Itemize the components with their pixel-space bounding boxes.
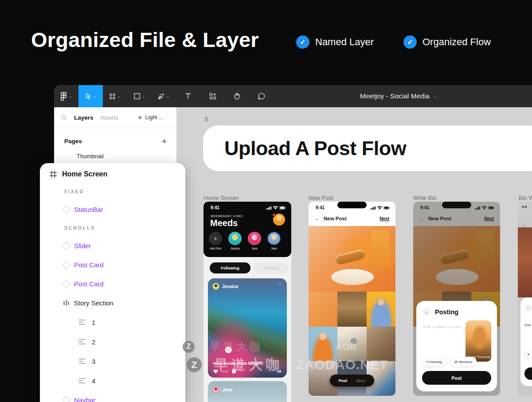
frame-label-new-post[interactable]: New Post xyxy=(309,195,333,201)
story-avatar xyxy=(228,232,242,245)
badge-label: Organized Flow xyxy=(422,36,491,48)
cursor-icon xyxy=(85,93,91,100)
thumbnail-picker[interactable]: Choose Thumbnail xyxy=(466,320,491,362)
gallery-photo[interactable] xyxy=(337,327,366,362)
move-tool-button[interactable]: ⌄ xyxy=(78,85,103,107)
frame-label-bio-written[interactable]: Bio W xyxy=(519,195,532,201)
posting-modal: ← Posting Write a caption or a poll... C… xyxy=(416,301,497,391)
layer-row-text[interactable]: 4 xyxy=(40,371,185,390)
mockup-home-screen[interactable]: 9:41 WEDNESDAY, 6 DEC Meeds xyxy=(203,202,291,402)
post-story-toggle[interactable]: Post Story xyxy=(330,375,374,386)
layer-row-component[interactable]: Post Card xyxy=(40,274,185,293)
gallery-photo[interactable] xyxy=(367,292,395,327)
watermark-logo: Z xyxy=(187,357,202,372)
gallery-photo[interactable] xyxy=(337,292,366,327)
tab-following[interactable]: Following xyxy=(210,262,250,273)
layer-row-text[interactable]: 2 xyxy=(40,332,185,351)
document-title[interactable]: Meetjoy - Social Media ⌄ xyxy=(360,92,437,100)
post-submit-button[interactable] xyxy=(524,367,532,380)
posting-modal: ← Doli # xyxy=(520,297,532,386)
pen-tool-button[interactable]: ⌄ xyxy=(152,85,176,107)
mockup-bio-written[interactable]: 9:4 ← ← Doli # xyxy=(518,202,532,396)
components-icon xyxy=(209,93,216,100)
figma-menu-button[interactable]: ⌄ xyxy=(54,85,78,107)
layer-row-component[interactable]: Navbar xyxy=(40,390,185,402)
next-button[interactable]: Next xyxy=(379,216,389,221)
story-avatar xyxy=(248,232,261,245)
comment-icon xyxy=(258,93,265,100)
profile-avatar[interactable] xyxy=(273,214,285,226)
layer-row-auto-layout[interactable]: Story Section xyxy=(40,293,185,312)
tab-assets[interactable]: Assets xyxy=(101,114,119,121)
canvas[interactable]: 5 Upload A Post Flow Home Screen New Pos… xyxy=(176,107,532,402)
share-icon[interactable] xyxy=(277,369,282,374)
plus-icon: + xyxy=(209,232,222,245)
post-caption: Nusa penida indah banget!! xyxy=(213,361,263,366)
tab-trending[interactable]: Trending xyxy=(254,262,288,273)
frame-label-write-bio[interactable]: Write Bio xyxy=(413,195,437,201)
layer-row-component[interactable]: StatusBar xyxy=(40,200,185,219)
resources-tool-button[interactable] xyxy=(200,85,225,107)
post-card-jessica[interactable]: Jessica ⋯ Nusa penida indah banget!! 75.… xyxy=(208,278,287,378)
gallery-photo[interactable] xyxy=(309,327,337,362)
component-icon xyxy=(62,261,70,269)
status-time: 9:41 xyxy=(316,205,325,210)
text-layer-icon xyxy=(79,338,85,346)
layer-row-component[interactable]: Slider xyxy=(40,236,185,255)
text-tool-button[interactable] xyxy=(176,85,200,107)
theme-selector[interactable]: ✳ Light ... ⌄ xyxy=(138,114,169,121)
page-item-thumbnail[interactable]: Thumbnail xyxy=(54,145,176,160)
layers-panel: Home Screen FIXED StatusBar SCROLLS Slid… xyxy=(40,163,185,402)
modal-title: Posting xyxy=(435,308,458,316)
post-card-jane[interactable]: Jane xyxy=(208,381,287,402)
heart-icon[interactable] xyxy=(213,369,218,374)
story-jessica[interactable]: Jessica xyxy=(228,232,242,250)
layer-row-frame[interactable]: Home Screen xyxy=(40,166,185,183)
post-menu-icon[interactable]: ⋯ xyxy=(278,281,282,286)
gallery-photo[interactable] xyxy=(309,292,337,327)
phone-notch xyxy=(337,202,367,208)
back-arrow-icon[interactable]: ← xyxy=(422,308,430,316)
toggle-post[interactable]: Post xyxy=(339,379,348,383)
story-jane[interactable]: Jane xyxy=(248,232,261,250)
component-icon xyxy=(62,396,70,402)
back-arrow-icon[interactable]: ← xyxy=(525,304,532,312)
back-arrow-icon[interactable]: ← xyxy=(518,220,532,227)
status-time: 9:4 xyxy=(518,202,532,220)
hashtag-button[interactable]: # xyxy=(524,350,532,359)
frame-tool-button[interactable]: ⌄ xyxy=(103,85,127,107)
comment-icon[interactable] xyxy=(232,369,236,374)
gallery-photo[interactable] xyxy=(367,327,395,362)
home-header-section: 9:41 WEDNESDAY, 6 DEC Meeds xyxy=(203,202,291,257)
frame-label-home-screen[interactable]: Home Screen xyxy=(203,195,239,201)
tab-layers[interactable]: Layers xyxy=(74,114,94,121)
mentions-button[interactable]: @ Mentions xyxy=(450,357,477,367)
hashtag-button[interactable]: # Hashtag xyxy=(422,357,446,367)
shape-tool-button[interactable]: ⌄ xyxy=(127,85,152,107)
plate-shape xyxy=(331,269,374,285)
add-page-button[interactable]: + xyxy=(162,137,167,145)
component-icon xyxy=(62,242,70,250)
back-arrow-icon[interactable]: ← xyxy=(315,216,320,221)
figma-logo-icon xyxy=(60,92,67,101)
toggle-story[interactable]: Story xyxy=(356,379,365,383)
post-submit-button[interactable]: Post xyxy=(422,371,491,385)
comment-tool-button[interactable] xyxy=(249,85,274,107)
notification-dot xyxy=(272,213,276,217)
auto-layout-icon xyxy=(63,300,69,306)
frame-number-label: 5 xyxy=(205,116,208,122)
layer-row-text[interactable]: 3 xyxy=(40,351,185,371)
layer-row-component[interactable]: Post Card xyxy=(40,255,185,274)
page-title: Organized File & Layer xyxy=(31,27,259,52)
search-icon[interactable] xyxy=(61,115,67,121)
layer-row-text[interactable]: 1 xyxy=(40,312,185,332)
story-jake[interactable]: Jake xyxy=(267,232,281,250)
hand-tool-button[interactable] xyxy=(225,85,249,107)
flow-title-card[interactable]: Upload A Post Flow xyxy=(203,125,532,171)
caption-text: Doli xyxy=(524,323,531,327)
story-add-post[interactable]: + Add Post xyxy=(209,232,222,250)
mockup-new-post[interactable]: 9:41 ← New Post Next xyxy=(309,202,395,396)
caption-input[interactable]: Write a caption or a poll... xyxy=(423,325,463,329)
mockup-write-bio[interactable]: 9:41 ← New Post Next xyxy=(413,202,500,396)
text-layer-icon xyxy=(79,377,85,385)
